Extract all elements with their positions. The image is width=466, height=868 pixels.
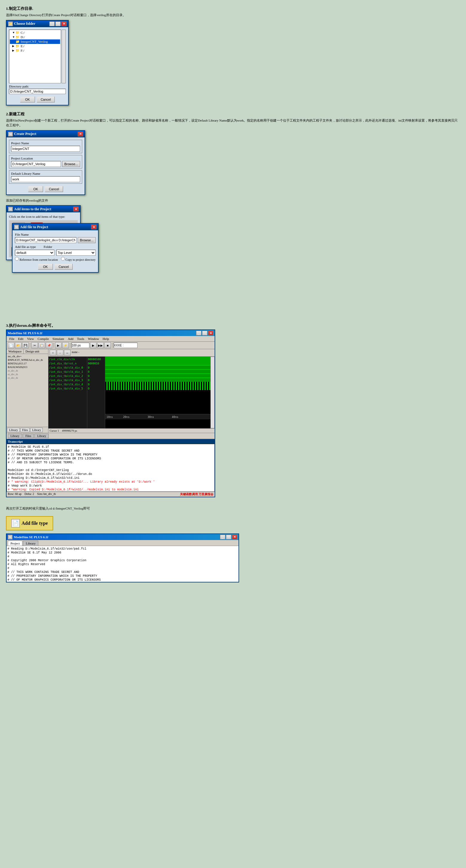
bottom-files-tab[interactable]: Files (23, 434, 34, 438)
second-titlebar-buttons: _ □ ✕ (220, 535, 237, 539)
ref-from-current-radio-label[interactable]: Reference from current location (15, 257, 58, 261)
wave-zoom-out[interactable]: - (57, 350, 63, 356)
tb-save[interactable]: 💾 (22, 342, 29, 348)
files-tab[interactable]: Files (20, 428, 30, 432)
menu-help[interactable]: Help (101, 337, 110, 341)
tree-item-c[interactable]: ▼ 📁 C:/ (10, 30, 60, 35)
ok-button[interactable]: OK (20, 96, 35, 102)
second-titlebar: M ModelSim SE PLUS 6.1f _ □ ✕ (7, 534, 238, 540)
tb-run[interactable]: ▶ (90, 342, 96, 348)
browse-button[interactable]: Browse... (62, 161, 80, 167)
section1-title: 1.制定工作目录. (6, 6, 460, 11)
sig-div3: /int_div_tb/clk_div_3 (49, 378, 86, 382)
wave-div5-row (105, 386, 210, 390)
af-cancel-button[interactable]: Cancel (55, 264, 72, 270)
close-button[interactable]: ✕ (61, 22, 67, 26)
ws-item-3[interactable]: BINITAL(013.17 (7, 362, 48, 365)
second-tab-library[interactable]: Library (23, 540, 38, 546)
af-ok-button[interactable]: OK (38, 264, 53, 270)
modelsim-status-bar: Row: 60 ap Delta: 2 Sim:/int_div_tb 关键函数… (7, 492, 214, 497)
tree-item-integercnt[interactable]: 📁 IntegerCNT_Verilog (10, 39, 60, 44)
choose-folder-titlebar: 📁 Choose folder _ □ ✕ (7, 21, 68, 27)
wave-panel: + - ↔ none - /int_clk_div/clk /int_div_t… (49, 349, 214, 433)
tree-item-e[interactable]: ▶ 📁 E:/ (10, 44, 60, 49)
menu-edit[interactable]: Edit (17, 337, 25, 341)
add-file-type-label: Add file type (22, 521, 48, 526)
tb-simulate[interactable]: ⚡ (62, 342, 69, 348)
library-tab[interactable]: Library (7, 428, 20, 432)
add-file-type-btn[interactable]: 📄 Add file type (6, 516, 53, 530)
minimize-button[interactable]: _ (49, 22, 55, 26)
second-close[interactable]: ✕ (232, 535, 237, 539)
menu-tools[interactable]: Tools (76, 337, 86, 341)
ai-close-button[interactable]: ✕ (73, 207, 79, 212)
menu-simulate[interactable]: Simulate (51, 337, 66, 341)
tb-new[interactable]: 📄 (8, 342, 14, 348)
tb-paste[interactable]: 📌 (46, 342, 52, 348)
menu-file[interactable]: File (8, 337, 16, 341)
af-close-button[interactable]: ✕ (91, 225, 96, 229)
tree-item-f[interactable]: ▶ 📁 F:/ (10, 49, 60, 53)
expand-d: ▼ (12, 35, 14, 38)
maximize-button[interactable]: □ (55, 22, 61, 26)
workspace-tab[interactable]: Workspace (7, 349, 24, 354)
tb-copy[interactable]: 📋 (38, 342, 45, 348)
tb-run-all[interactable]: ▶▶ (97, 342, 104, 348)
tree-item-d[interactable]: ▼ 📁 D:/ (10, 35, 60, 39)
cp-ok-button[interactable]: OK (28, 186, 43, 192)
modelsim-close[interactable]: ✕ (208, 331, 213, 335)
cp-cancel-button[interactable]: Cancel (45, 186, 63, 192)
ws-item-1[interactable]: int_clk_div= (7, 354, 48, 358)
modelsim-minimize[interactable]: _ (196, 331, 201, 335)
tb-open[interactable]: 📂 (15, 342, 22, 348)
menu-window[interactable]: Window (86, 337, 100, 341)
cp-close-button[interactable]: ✕ (78, 132, 83, 136)
second-minimize[interactable]: _ (220, 535, 225, 539)
ws-item-2[interactable]: BNPLICIT_WPREAd et_div_tb (7, 358, 48, 362)
wave-fit[interactable]: ↔ (64, 350, 70, 356)
tb-cut[interactable]: ✂ (31, 342, 38, 348)
copy-to-project-radio[interactable] (61, 257, 65, 261)
folder-tree[interactable]: ▼ 📁 C:/ ▼ 📁 D:/ 📁 IntegerCNT_Verilog (9, 30, 61, 83)
ref-from-current-radio[interactable] (15, 257, 19, 261)
menu-add[interactable]: Add (66, 337, 75, 341)
copy-to-project-radio-label[interactable]: Copy to project directory (61, 257, 96, 261)
choose-folder-title: Choose folder (14, 22, 35, 26)
copy-to-project-label: Copy to project directory (65, 258, 96, 261)
second-maximize[interactable]: □ (226, 535, 231, 539)
menu-compile[interactable]: Compile (36, 337, 51, 341)
add-file-dialog: M Add file to Project ✕ File Name Browse… (12, 223, 99, 273)
project-location-input[interactable] (11, 161, 61, 167)
second-console-area[interactable]: # Reading D:/Modelsim_6.1f/win32/use/pad… (7, 546, 238, 582)
dir-path-input[interactable] (9, 89, 66, 94)
menu-view[interactable]: View (25, 337, 35, 341)
time-input[interactable] (71, 343, 89, 348)
tb-compile[interactable]: ▶ (55, 342, 62, 348)
wave-div1-row (105, 369, 210, 373)
workspace-panel: Workspace Design unit int_clk_div= BNPLI… (7, 349, 49, 433)
project-name-input[interactable] (11, 146, 80, 152)
ws-item-4[interactable]: BAIALWAIS(013 (7, 365, 48, 369)
second-title: ModelSim SE PLUS 6.1f (14, 535, 49, 539)
af-browse-button[interactable]: Browse... (78, 237, 96, 243)
file-name-input[interactable] (15, 237, 77, 243)
design-unit-tab[interactable]: Design unit (24, 349, 41, 354)
modelsim-maximize[interactable]: □ (202, 331, 207, 335)
cancel-button[interactable]: Cancel (37, 96, 55, 102)
search-input[interactable] (114, 343, 138, 348)
wave-zoom-in[interactable]: + (50, 350, 56, 356)
wave-scrollbar-v[interactable] (210, 356, 214, 428)
library2-tab[interactable]: Library (30, 428, 43, 432)
cp-dialog-icon: M (8, 132, 13, 136)
folder-select[interactable]: Top Level (56, 250, 96, 256)
file-type-select[interactable]: default (15, 250, 54, 256)
modelsim-main: Workspace Design unit int_clk_div= BNPLI… (7, 349, 214, 433)
default-lib-input[interactable] (11, 176, 80, 182)
second-tab-project[interactable]: Project (8, 540, 22, 546)
tree-scrollbar[interactable] (62, 30, 66, 83)
bottom-library2-tab[interactable]: Library (34, 434, 49, 438)
console-area[interactable]: # ModelSim SE PLUS 6.1f # // THIS WORK C… (7, 444, 214, 492)
tb-stop[interactable]: ■ (104, 342, 111, 348)
bottom-library-tab[interactable]: Library (8, 434, 22, 438)
ws-values: et_div_tb (7, 369, 48, 372)
